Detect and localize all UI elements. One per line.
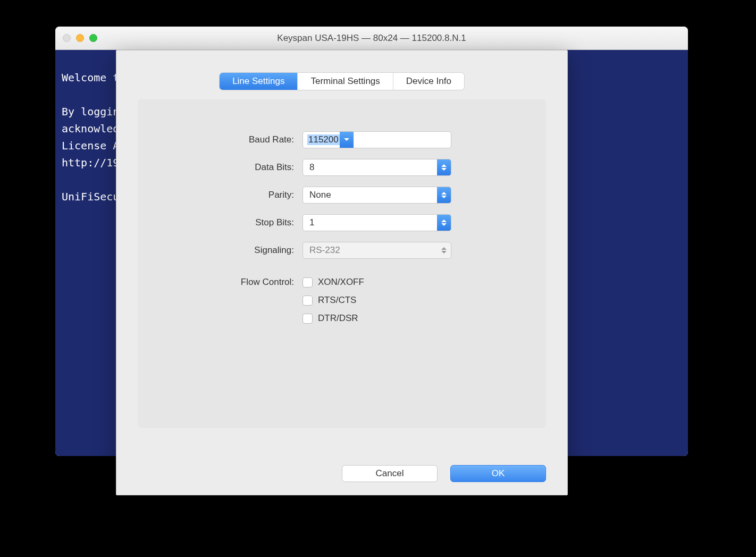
data-bits-row: Data Bits: 8 xyxy=(159,159,525,176)
traffic-lights xyxy=(55,34,97,42)
rts-cts-checkbox[interactable] xyxy=(303,296,313,306)
signaling-row: Signaling: RS-232 xyxy=(159,242,525,259)
chevrons-up-down-icon xyxy=(437,242,451,258)
stop-bits-row: Stop Bits: 1 xyxy=(159,214,525,231)
parity-select[interactable]: None xyxy=(303,187,451,204)
chevrons-up-down-icon xyxy=(437,215,451,231)
stop-bits-select[interactable]: 1 xyxy=(303,214,451,231)
titlebar: Keyspan USA-19HS — 80x24 — 115200.8.N.1 xyxy=(55,27,688,50)
stop-bits-label: Stop Bits: xyxy=(159,217,303,228)
tabs: Line Settings Terminal Settings Device I… xyxy=(116,73,567,90)
ok-button[interactable]: OK xyxy=(450,465,546,482)
flow-control-label: Flow Control: xyxy=(159,277,303,288)
data-bits-label: Data Bits: xyxy=(159,162,303,173)
parity-value: None xyxy=(303,190,437,200)
zoom-window-button[interactable] xyxy=(89,34,97,42)
baud-rate-value: 115200 xyxy=(307,134,340,145)
rts-cts-checkbox-row: RTS/CTS xyxy=(303,295,364,306)
rts-cts-label: RTS/CTS xyxy=(318,295,356,306)
dtr-dsr-checkbox-row: DTR/DSR xyxy=(303,313,364,324)
signaling-label: Signaling: xyxy=(159,245,303,256)
tab-line-settings[interactable]: Line Settings xyxy=(220,73,298,90)
flow-control-row: Flow Control: XON/XOFF RTS/CTS DTR/DSR xyxy=(159,277,525,324)
close-window-button[interactable] xyxy=(63,34,71,42)
dtr-dsr-label: DTR/DSR xyxy=(318,313,358,324)
xon-xoff-checkbox-row: XON/XOFF xyxy=(303,277,364,288)
chevrons-up-down-icon xyxy=(437,187,451,203)
xon-xoff-checkbox[interactable] xyxy=(303,277,313,288)
parity-label: Parity: xyxy=(159,190,303,200)
minimize-window-button[interactable] xyxy=(76,34,84,42)
baud-rate-label: Baud Rate: xyxy=(159,134,303,145)
dtr-dsr-checkbox[interactable] xyxy=(303,314,313,324)
settings-panel: Baud Rate: 115200 Data Bits: 8 Parity: xyxy=(138,99,546,428)
signaling-select: RS-232 xyxy=(303,242,451,259)
dialog-buttons: Cancel OK xyxy=(342,465,546,482)
signaling-value: RS-232 xyxy=(303,245,437,256)
flow-control-group: XON/XOFF RTS/CTS DTR/DSR xyxy=(303,277,364,324)
tab-device-info[interactable]: Device Info xyxy=(393,73,464,90)
line-settings-dialog: Line Settings Terminal Settings Device I… xyxy=(116,50,568,495)
chevron-down-icon xyxy=(340,132,354,148)
data-bits-select[interactable]: 8 xyxy=(303,159,451,176)
chevrons-up-down-icon xyxy=(437,159,451,175)
tab-terminal-settings[interactable]: Terminal Settings xyxy=(298,73,393,90)
xon-xoff-label: XON/XOFF xyxy=(318,277,364,288)
window-title: Keyspan USA-19HS — 80x24 — 115200.8.N.1 xyxy=(55,33,688,44)
stop-bits-value: 1 xyxy=(303,217,437,228)
data-bits-value: 8 xyxy=(303,162,437,173)
baud-rate-row: Baud Rate: 115200 xyxy=(159,131,525,148)
cancel-button[interactable]: Cancel xyxy=(342,465,438,482)
baud-rate-combobox[interactable]: 115200 xyxy=(303,131,451,148)
parity-row: Parity: None xyxy=(159,187,525,204)
